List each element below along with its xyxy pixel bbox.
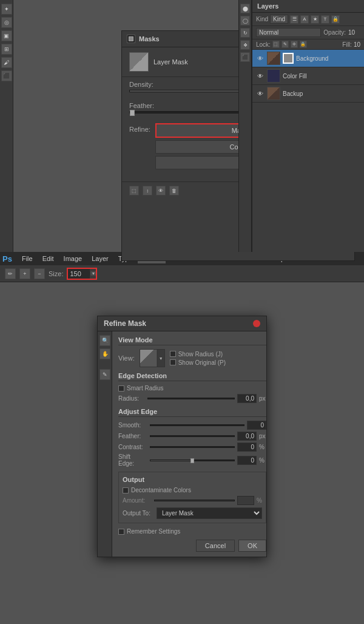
menu-layer[interactable]: Layer — [87, 254, 113, 263]
kind-filter-icon-3[interactable]: ★ — [311, 15, 319, 24]
menu-file[interactable]: File — [17, 254, 38, 263]
layers-panel-title: Layers — [257, 2, 278, 10]
right-toolbar-icon-5[interactable]: ⬛ — [240, 52, 250, 62]
kind-filter-icon-4[interactable]: T — [321, 15, 329, 24]
contrast-input[interactable] — [237, 443, 257, 452]
mask-icon — [127, 35, 135, 43]
smart-radius-checkbox[interactable] — [118, 385, 124, 392]
right-toolbar-icon-2[interactable]: ◯ — [240, 16, 250, 25]
density-label: Density: — [129, 81, 153, 88]
menu-image[interactable]: Image — [59, 254, 87, 263]
shift-edge-slider[interactable] — [150, 460, 235, 461]
dialog-titlebar: Refine Mask — [98, 316, 266, 331]
fill-label: Fill: — [342, 41, 352, 48]
dialog-close-button[interactable] — [253, 320, 260, 327]
size-dropdown-arrow[interactable]: ▼ — [90, 271, 96, 276]
layers-kind-row: Kind Kind ☰ A ★ T 🔒 — [252, 13, 364, 26]
layer-item-color-fill[interactable]: 👁 Color Fill — [252, 67, 364, 85]
layers-blend-row: Normal Opacity: 10 — [252, 26, 364, 39]
layer-visibility-backup[interactable]: 👁 — [256, 89, 265, 98]
dialog-hand-tool[interactable]: ✋ — [99, 348, 110, 359]
lock-transparency-icon[interactable]: ⬚ — [272, 41, 280, 48]
edge-detection-header: Edge Detection — [118, 372, 266, 381]
toolbar-icon-3[interactable]: ▣ — [1, 30, 12, 41]
kind-filter-icon-1[interactable]: ☰ — [290, 15, 298, 24]
show-original-checkbox[interactable] — [170, 359, 176, 365]
feather-input[interactable] — [237, 432, 257, 441]
view-dropdown-arrow[interactable]: ▼ — [157, 350, 164, 367]
show-radius-checkbox[interactable] — [170, 351, 176, 357]
size-input[interactable] — [68, 269, 90, 279]
radius-slider[interactable] — [147, 398, 235, 399]
panel-title: Masks — [139, 35, 160, 42]
toolbar-icon-6[interactable]: ⬛ — [1, 70, 12, 81]
lock-move-icon[interactable]: ✛ — [291, 41, 298, 48]
right-toolbar-icon-4[interactable]: ❖ — [240, 40, 250, 50]
smooth-input[interactable] — [247, 421, 266, 430]
shift-edge-input[interactable] — [237, 456, 257, 465]
right-toolbar-icon-1[interactable]: ⬤ — [240, 4, 250, 13]
contrast-label: Contrast: — [118, 444, 147, 450]
amount-unit: % — [257, 497, 262, 504]
amount-input — [237, 496, 254, 505]
layer-mask-label: Layer Mask — [153, 58, 188, 66]
smart-radius-label: Smart Radius — [127, 385, 164, 392]
kind-filter-icon-5[interactable]: 🔒 — [331, 15, 340, 24]
layer-name-backup: Backup — [283, 90, 360, 97]
ps-logo: Ps — [2, 254, 12, 263]
output-to-select[interactable]: Layer Mask New Layer New Layer with Laye… — [157, 507, 262, 519]
view-thumb-current — [140, 350, 157, 367]
layer-visibility-color-fill[interactable]: 👁 — [256, 72, 265, 80]
output-to-label: Output To: — [123, 510, 154, 517]
contrast-slider[interactable] — [150, 446, 235, 448]
toolbar-icon-4[interactable]: ⊞ — [1, 44, 12, 55]
smooth-label: Smooth: — [118, 422, 147, 429]
blend-mode-dropdown[interactable]: Normal — [256, 28, 321, 37]
amount-slider — [154, 500, 235, 501]
view-selector[interactable]: ▼ — [140, 349, 165, 367]
show-original-label: Show Original (P) — [178, 359, 226, 366]
opacity-label: Opacity: — [323, 29, 346, 36]
size-input-group[interactable]: ▼ — [67, 268, 97, 280]
brush-subtract-icon[interactable]: − — [34, 268, 45, 279]
refine-label: Refine: — [129, 123, 150, 133]
dialog-magnify-tool[interactable]: 🔍 — [99, 335, 110, 346]
layer-visibility-background[interactable]: 👁 — [256, 54, 265, 63]
remember-label: Remember Settings — [127, 528, 180, 535]
dialog-brush-tool[interactable]: ✎ — [99, 369, 110, 380]
toolbar-icon-1[interactable]: ✦ — [1, 4, 12, 15]
kind-filter-icon-2[interactable]: A — [300, 15, 309, 24]
delete-mask-icon[interactable]: 🗑 — [169, 186, 179, 195]
brush-mode-icon[interactable]: + — [19, 268, 30, 279]
size-label: Size: — [49, 270, 63, 277]
radius-label: Radius: — [118, 395, 145, 402]
layer-item-backup[interactable]: 👁 Backup — [252, 85, 364, 103]
right-toolbar-icon-3[interactable]: ↻ — [240, 28, 250, 38]
view-mode-header: View Mode — [118, 336, 266, 345]
layer-name-background: Background — [296, 55, 360, 62]
cancel-button[interactable]: Cancel — [196, 540, 235, 552]
decontaminate-checkbox[interactable] — [123, 487, 129, 493]
kind-dropdown[interactable]: Kind — [270, 15, 288, 24]
shift-edge-label: Shift Edge: — [118, 453, 147, 467]
decontaminate-label: Decontaminate Colors — [131, 487, 191, 493]
menu-edit[interactable]: Edit — [38, 254, 59, 263]
smooth-slider[interactable] — [150, 424, 244, 426]
add-mask-icon[interactable]: ⬚ — [129, 186, 139, 195]
ok-button[interactable]: OK — [238, 540, 266, 552]
feather-adj-label: Feather: — [118, 433, 147, 439]
layer-item-background[interactable]: 👁 Background — [252, 50, 364, 67]
feather-slider[interactable] — [150, 435, 235, 437]
lock-paint-icon[interactable]: ✎ — [281, 41, 289, 48]
brush-tool-icon[interactable]: ✏ — [5, 268, 16, 279]
canvas-area — [0, 282, 364, 313]
toolbar-icon-5[interactable]: 🖌 — [1, 57, 12, 68]
dialog-title: Refine Mask — [104, 319, 146, 328]
lock-all-icon[interactable]: 🔒 — [300, 41, 307, 48]
toolbar-icon-2[interactable]: ◎ — [1, 17, 12, 28]
adjust-edge-header: Adjust Edge — [118, 408, 266, 417]
visibility-mask-icon[interactable]: 👁 — [156, 186, 166, 195]
radius-input[interactable] — [237, 394, 257, 403]
remember-checkbox[interactable] — [118, 529, 124, 535]
apply-mask-icon[interactable]: ↕ — [143, 186, 152, 195]
